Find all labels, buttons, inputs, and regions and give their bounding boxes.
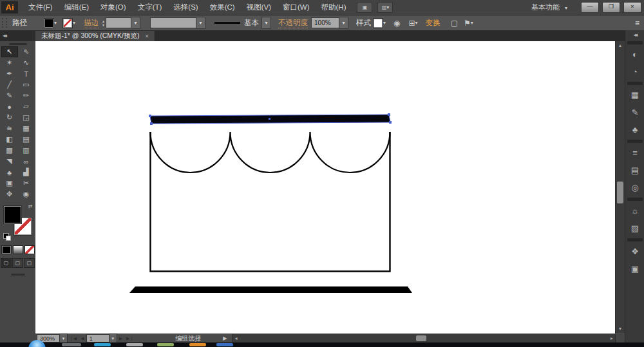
pencil-tool[interactable]: ✏: [18, 90, 35, 101]
vertical-scrollbar[interactable]: ▲ ▼: [615, 41, 625, 333]
brush-definition-field[interactable]: [150, 17, 196, 28]
menu-window[interactable]: 窗口(W): [277, 0, 316, 15]
blend-tool[interactable]: ∞: [18, 156, 35, 167]
stroke-width-stepper[interactable]: ▴▾: [102, 19, 104, 27]
chevron-down-icon[interactable]: ▾: [383, 20, 386, 26]
style-swatch[interactable]: [373, 18, 383, 28]
windows-taskbar[interactable]: [0, 342, 644, 347]
stroke-panel-link[interactable]: 描边: [84, 18, 99, 28]
appearance-panel-button[interactable]: ☼: [625, 202, 644, 220]
eraser-tool[interactable]: ▱: [18, 101, 35, 112]
canvas-area[interactable]: [35, 41, 615, 333]
blob-brush-tool[interactable]: ●: [1, 101, 18, 112]
scroll-left-icon[interactable]: ◂: [234, 334, 237, 342]
layout-switcher-icon[interactable]: ▥ ▾: [377, 2, 393, 13]
transparency-panel-button[interactable]: ◎: [625, 179, 644, 196]
align-icon[interactable]: ⊞: [409, 19, 415, 28]
symbol-sprayer-tool[interactable]: ♣: [1, 167, 18, 178]
horizontal-scrollbar[interactable]: ◂ ▸: [232, 334, 615, 342]
line-segment-tool[interactable]: ╱: [1, 79, 18, 90]
tools-panel-handle[interactable]: [0, 41, 35, 46]
stroke-width-dropdown[interactable]: ▾: [131, 17, 140, 29]
select-similar-objects-icon[interactable]: ⚑: [464, 19, 471, 28]
color-button[interactable]: [1, 245, 12, 254]
brush-definition-dropdown[interactable]: ▾: [196, 17, 205, 29]
draw-normal-mode-button[interactable]: ▢: [1, 258, 12, 268]
magic-wand-tool[interactable]: ✶: [1, 57, 18, 68]
selection-tool[interactable]: ↖: [1, 46, 18, 57]
zoom-level-dropdown[interactable]: ▾: [59, 333, 68, 343]
artboards-panel-button[interactable]: ▣: [625, 260, 644, 277]
artboard-number-field[interactable]: 1: [86, 334, 109, 342]
menu-type[interactable]: 文字(T): [132, 0, 168, 15]
direct-selection-tool[interactable]: ⇖: [18, 46, 35, 57]
workspace-switcher[interactable]: 基本功能 ▾: [531, 3, 567, 12]
menu-help[interactable]: 帮助(H): [316, 0, 352, 15]
pen-tool[interactable]: ✒: [1, 68, 18, 79]
chevron-down-icon[interactable]: ▾: [54, 20, 57, 26]
chevron-down-icon[interactable]: ▾: [415, 20, 418, 26]
recolor-artwork-icon[interactable]: ◉: [393, 19, 400, 28]
base-bar-shape[interactable]: [129, 286, 412, 293]
rectangle-tool[interactable]: ▭: [18, 79, 35, 90]
next-artboard-button[interactable]: ▶: [119, 336, 122, 341]
brushes-panel-button[interactable]: ✎: [625, 104, 644, 121]
taskbar-item[interactable]: [126, 343, 143, 346]
control-bar-grip[interactable]: [2, 18, 7, 28]
scroll-up-icon[interactable]: ▲: [616, 42, 625, 50]
fill-color-swatch[interactable]: [44, 18, 54, 28]
taskbar-item[interactable]: [216, 343, 233, 346]
menu-view[interactable]: 视图(V): [241, 0, 277, 15]
artboard-tool[interactable]: ▣: [1, 178, 18, 189]
stroke-panel-button[interactable]: ≡: [625, 144, 644, 162]
draw-behind-mode-button[interactable]: ▢: [12, 258, 23, 268]
gradient-tool[interactable]: ▥: [18, 145, 35, 156]
minimize-button[interactable]: —: [581, 2, 599, 13]
stroke-style-dropdown[interactable]: ▾: [261, 17, 271, 29]
symbols-panel-button[interactable]: ♣: [625, 121, 644, 138]
shape-builder-tool[interactable]: ◧: [1, 134, 18, 145]
default-fill-stroke-icon[interactable]: [3, 233, 9, 239]
perspective-grid-tool[interactable]: ▤: [18, 134, 35, 145]
horizontal-scrollbar-thumb[interactable]: [416, 335, 426, 341]
arrange-documents-icon[interactable]: ▣: [357, 2, 372, 13]
status-expand-icon[interactable]: ▶: [223, 335, 227, 341]
paintbrush-tool[interactable]: ✎: [1, 90, 18, 101]
taskbar-item[interactable]: [189, 343, 206, 346]
taskbar-item[interactable]: [62, 343, 81, 346]
column-graph-tool[interactable]: ▟: [18, 167, 35, 178]
layers-panel-button[interactable]: ❖: [625, 243, 644, 260]
opacity-dropdown[interactable]: ▾: [339, 17, 348, 29]
color-guide-panel-button[interactable]: ◔: [625, 63, 644, 80]
hand-tool[interactable]: ✥: [1, 189, 18, 200]
swatches-panel-button[interactable]: ▦: [625, 86, 644, 104]
scale-tool[interactable]: ◲: [18, 112, 35, 123]
first-artboard-button[interactable]: ❘◀: [70, 336, 77, 341]
taskbar-item[interactable]: [157, 343, 174, 346]
last-artboard-button[interactable]: ▶❘: [126, 336, 133, 341]
width-tool[interactable]: ≋: [1, 123, 18, 134]
taskbar-item[interactable]: [94, 343, 111, 346]
graphic-styles-panel-button[interactable]: ▨: [625, 220, 644, 237]
gradient-button[interactable]: [13, 245, 23, 254]
document-tab[interactable]: 未标题-1* @ 300% (CMYK/预览) ×: [35, 31, 155, 41]
type-tool[interactable]: T: [18, 68, 35, 79]
opacity-link[interactable]: 不透明度: [278, 18, 308, 28]
lasso-tool[interactable]: ∿: [18, 57, 35, 68]
tab-close-icon[interactable]: ×: [145, 33, 148, 39]
scroll-down-icon[interactable]: ▼: [616, 325, 625, 333]
fill-indicator[interactable]: [4, 206, 21, 223]
curtain-outline-shape[interactable]: [151, 132, 390, 272]
free-transform-tool[interactable]: ▦: [18, 123, 35, 134]
close-button[interactable]: ×: [623, 2, 641, 13]
menu-edit[interactable]: 编辑(E): [59, 0, 95, 15]
draw-inside-mode-button[interactable]: ▢: [24, 258, 35, 268]
curtain-scallops-shape[interactable]: [151, 132, 390, 173]
mesh-tool[interactable]: ▩: [1, 145, 18, 156]
chevron-down-icon[interactable]: ▾: [471, 20, 473, 26]
none-button[interactable]: [24, 245, 35, 254]
previous-artboard-button[interactable]: ◀: [80, 336, 84, 341]
stroke-width-field[interactable]: [106, 17, 131, 28]
menu-object[interactable]: 对象(O): [95, 0, 132, 15]
artboard-number-dropdown[interactable]: ▾: [109, 333, 117, 343]
